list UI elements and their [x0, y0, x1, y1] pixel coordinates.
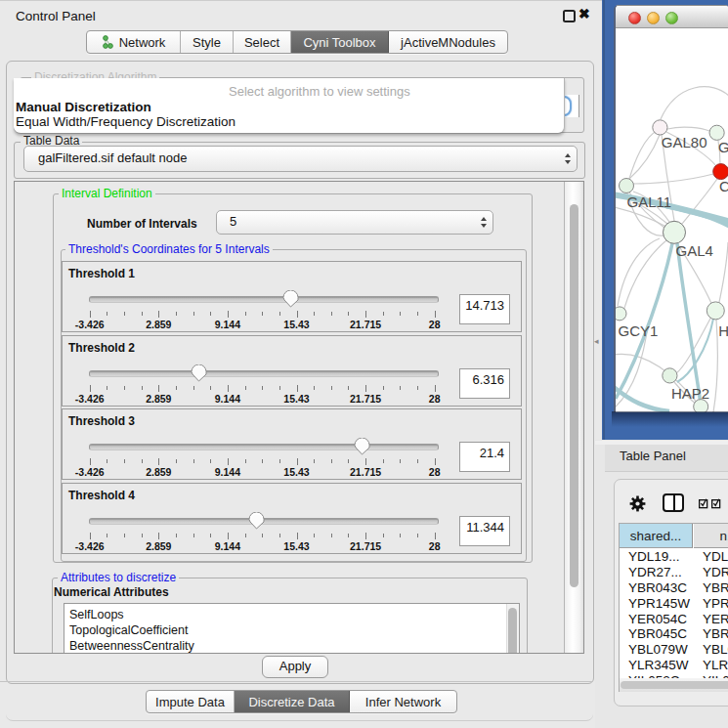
svg-text:C: C: [719, 178, 728, 194]
svg-text:GAL80: GAL80: [662, 134, 707, 150]
svg-text:GA: GA: [718, 139, 728, 155]
svg-text:HAP2: HAP2: [671, 385, 709, 402]
svg-text:GCY1: GCY1: [619, 322, 659, 339]
svg-text:H: H: [718, 322, 728, 339]
svg-text:GAL11: GAL11: [627, 193, 672, 210]
svg-text:GAL4: GAL4: [676, 242, 713, 259]
